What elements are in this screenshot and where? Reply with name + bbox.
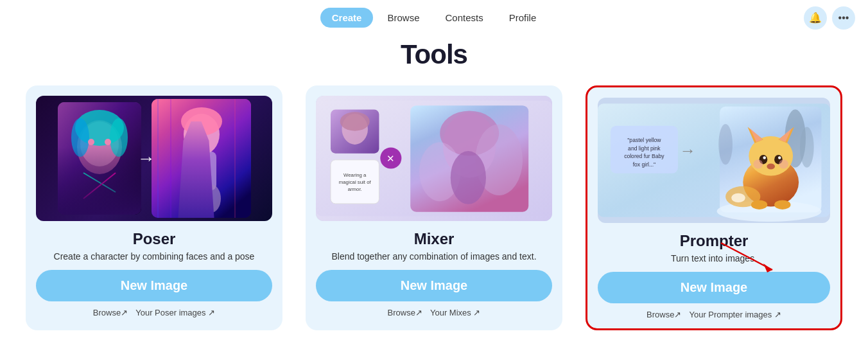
mixer-description: Blend together any combination of images… xyxy=(331,251,536,263)
svg-point-22 xyxy=(340,112,370,130)
svg-point-15 xyxy=(202,184,221,213)
nav-tab-create[interactable]: Create xyxy=(320,8,374,28)
svg-point-12 xyxy=(181,107,222,136)
svg-text:→: → xyxy=(680,141,696,159)
mixer-your-link[interactable]: Your Mixes ↗ xyxy=(430,308,480,317)
svg-point-38 xyxy=(800,127,814,167)
prompter-svg: "pastel yellow and light pink colored fu… xyxy=(598,98,830,223)
more-options-button[interactable]: ••• xyxy=(832,6,855,30)
svg-line-9 xyxy=(83,173,116,199)
more-icon: ••• xyxy=(838,12,849,24)
mixer-browse-link[interactable]: Browse↗ xyxy=(388,308,422,317)
nav-tab-contests[interactable]: Contests xyxy=(434,8,495,28)
poser-right-image xyxy=(152,99,251,218)
svg-point-39 xyxy=(718,124,733,165)
poser-left-image xyxy=(58,102,141,215)
svg-point-6 xyxy=(88,139,94,145)
svg-point-50 xyxy=(778,156,781,159)
svg-point-52 xyxy=(754,159,763,168)
red-arrow-container: New Image xyxy=(598,272,830,310)
svg-point-53 xyxy=(779,159,788,168)
poser-arrow-icon: → xyxy=(137,148,155,169)
svg-point-56 xyxy=(751,200,767,209)
svg-text:colored fur Baby: colored fur Baby xyxy=(624,153,664,159)
red-arrow-svg xyxy=(708,236,811,275)
svg-point-7 xyxy=(105,139,111,145)
prompter-links: Browse↗ Your Prompter images ↗ xyxy=(647,310,781,319)
svg-point-4 xyxy=(71,118,89,157)
poser-left-svg xyxy=(58,102,141,215)
svg-marker-65 xyxy=(763,263,772,272)
nav-tab-browse[interactable]: Browse xyxy=(376,8,431,28)
svg-point-51 xyxy=(767,163,775,169)
poser-new-image-button[interactable]: New Image xyxy=(36,270,272,301)
svg-text:"pastel yellow: "pastel yellow xyxy=(627,137,661,143)
svg-line-8 xyxy=(83,173,116,192)
navigation: Create Browse Contests Profile 🔔 ••• xyxy=(0,0,868,33)
svg-text:fox girl...": fox girl..." xyxy=(633,161,655,168)
poser-browse-link[interactable]: Browse↗ xyxy=(93,308,128,317)
poser-right-svg xyxy=(152,99,251,218)
mixer-title: Mixer xyxy=(414,230,455,248)
svg-point-49 xyxy=(763,156,766,159)
svg-point-14 xyxy=(182,184,201,213)
poser-image-area: → xyxy=(36,96,272,221)
svg-text:armor.: armor. xyxy=(348,186,362,192)
poser-card: → xyxy=(26,85,282,330)
svg-rect-13 xyxy=(187,152,216,190)
poser-links: Browse↗ Your Poser images ↗ xyxy=(93,308,215,317)
nav-tab-profile[interactable]: Profile xyxy=(498,8,548,28)
mixer-new-image-button[interactable]: New Image xyxy=(316,270,552,301)
poser-your-link[interactable]: Your Poser images ↗ xyxy=(135,308,215,317)
poser-images: → xyxy=(36,96,272,221)
prompter-browse-link[interactable]: Browse↗ xyxy=(647,310,681,319)
svg-point-5 xyxy=(110,118,128,157)
page-title: Tools xyxy=(0,39,868,70)
svg-text:✕: ✕ xyxy=(386,154,395,164)
mixer-card: Wearing a magical suit of armor. ✕ xyxy=(306,85,562,330)
poser-title: Poser xyxy=(133,230,176,248)
svg-point-57 xyxy=(774,200,790,209)
tools-cards: → xyxy=(0,85,868,330)
mixer-images: Wearing a magical suit of armor. ✕ xyxy=(316,96,552,221)
prompter-card: "pastel yellow and light pink colored fu… xyxy=(586,85,842,330)
mixer-links: Browse↗ Your Mixes ↗ xyxy=(388,308,481,317)
nav-icons: 🔔 ••• xyxy=(804,6,855,30)
svg-point-55 xyxy=(731,193,745,202)
svg-point-34 xyxy=(451,151,486,204)
mixer-image-area: Wearing a magical suit of armor. ✕ xyxy=(316,96,552,221)
svg-text:magical suit of: magical suit of xyxy=(339,179,372,185)
svg-text:and light pink: and light pink xyxy=(628,145,661,152)
svg-text:Wearing a: Wearing a xyxy=(343,172,367,178)
poser-description: Create a character by combining faces an… xyxy=(54,251,255,263)
bell-icon: 🔔 xyxy=(809,12,822,24)
prompter-image-area: "pastel yellow and light pink colored fu… xyxy=(598,98,830,223)
notification-button[interactable]: 🔔 xyxy=(804,6,827,30)
mixer-svg: Wearing a magical suit of armor. ✕ xyxy=(316,96,552,221)
prompter-your-link[interactable]: Your Prompter images ↗ xyxy=(689,310,781,319)
prompter-new-image-button[interactable]: New Image xyxy=(598,272,830,303)
